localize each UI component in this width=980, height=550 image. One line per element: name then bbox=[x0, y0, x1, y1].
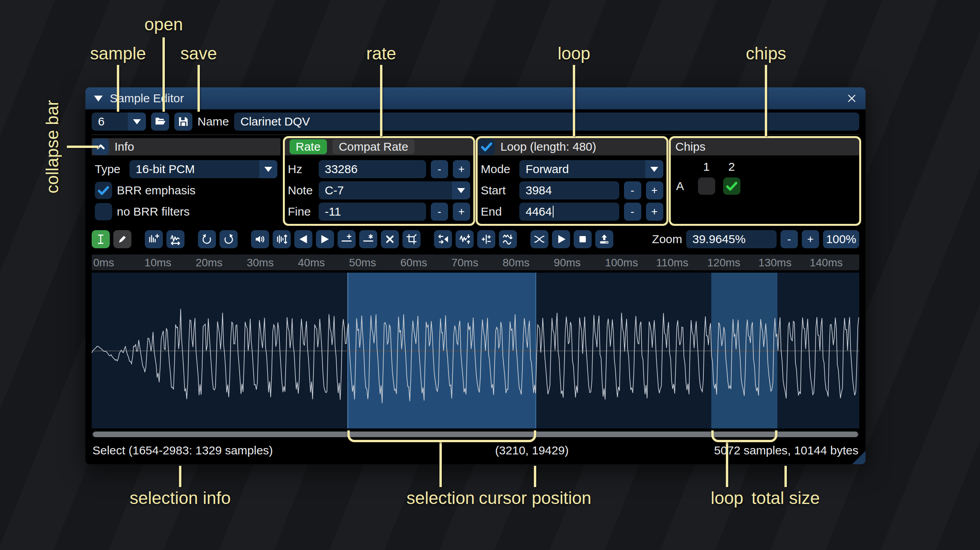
loop-start-plus-button[interactable]: + bbox=[646, 181, 663, 199]
annotation-selection: selection bbox=[406, 488, 475, 508]
resize-button[interactable] bbox=[145, 230, 163, 248]
loop-start-minus-button[interactable]: - bbox=[624, 181, 641, 199]
zoom-label: Zoom bbox=[652, 233, 682, 246]
resize-icon bbox=[148, 233, 160, 245]
loop-end-value: 4464 bbox=[526, 205, 552, 218]
zoom-input[interactable]: 39.9645% bbox=[686, 230, 777, 248]
create-wavetable-button[interactable] bbox=[595, 230, 613, 248]
undo-button[interactable] bbox=[198, 230, 216, 248]
hz-minus-button[interactable]: - bbox=[431, 160, 448, 178]
loop-end-input[interactable]: 4464 bbox=[519, 203, 619, 221]
fine-plus-button[interactable]: + bbox=[453, 203, 470, 221]
chip-column-label-1: 1 bbox=[703, 160, 710, 173]
info-header: Info bbox=[92, 138, 281, 155]
amplify-button[interactable] bbox=[251, 230, 269, 248]
fine-minus-button[interactable]: - bbox=[431, 203, 448, 221]
status-cursor-position: (3210, 19429) bbox=[495, 444, 569, 457]
loop-enable-checkbox[interactable] bbox=[478, 138, 495, 155]
trim-button[interactable] bbox=[402, 230, 421, 248]
sample-slot-value: 6 bbox=[92, 115, 128, 128]
delete-button[interactable] bbox=[381, 230, 399, 248]
annotation-line-loop-top bbox=[573, 65, 575, 136]
mode-label: Mode bbox=[481, 162, 515, 176]
preview-icon bbox=[555, 233, 567, 245]
resample-button[interactable] bbox=[166, 230, 185, 248]
brr-emphasis-label: BRR emphasis bbox=[117, 184, 196, 197]
chevron-down-icon bbox=[128, 113, 146, 131]
zoom-reset-button[interactable]: 100% bbox=[823, 230, 859, 248]
save-sample-button[interactable] bbox=[174, 113, 192, 131]
reverse-button[interactable] bbox=[434, 230, 452, 248]
fade-out-button[interactable] bbox=[316, 230, 334, 248]
brr-emphasis-checkbox[interactable] bbox=[95, 182, 112, 199]
select-tool-button[interactable] bbox=[92, 230, 110, 248]
create-wavetable-icon bbox=[598, 233, 610, 245]
ruler-tick-30ms: 30ms bbox=[247, 257, 273, 269]
annotation-loop-bottom: loop bbox=[711, 488, 743, 508]
annotation-open: open bbox=[144, 15, 183, 34]
fine-label: Fine bbox=[288, 205, 314, 218]
annotation-line-save bbox=[197, 65, 200, 112]
normalize-icon bbox=[276, 233, 288, 245]
loop-start-input[interactable]: 3984 bbox=[519, 181, 619, 199]
filter-button[interactable] bbox=[499, 230, 517, 248]
loop-end-minus-button[interactable]: - bbox=[624, 203, 641, 221]
crossfade-loop-button[interactable] bbox=[530, 230, 548, 248]
timeline-ruler[interactable]: 0ms10ms20ms30ms40ms50ms60ms70ms80ms90ms1… bbox=[92, 255, 859, 270]
loop-end-plus-button[interactable]: + bbox=[646, 203, 663, 221]
toolbar-group bbox=[145, 230, 185, 248]
insert-silence-button[interactable] bbox=[338, 230, 356, 248]
invert-button[interactable] bbox=[456, 230, 474, 248]
type-label: Type bbox=[95, 162, 125, 176]
save-icon bbox=[177, 116, 189, 127]
window-collapse-icon[interactable] bbox=[94, 96, 103, 102]
name-label: Name bbox=[197, 115, 229, 128]
hz-plus-button[interactable]: + bbox=[453, 160, 470, 178]
insert-silence-icon bbox=[341, 233, 353, 245]
status-bar: Select (1654-2983: 1329 samples) (3210, … bbox=[92, 443, 859, 459]
open-sample-button[interactable] bbox=[151, 113, 169, 131]
preview-button[interactable] bbox=[552, 230, 570, 248]
rate-header: Rate Compat Rate bbox=[285, 138, 474, 155]
loop-mode-value: Forward bbox=[519, 162, 645, 176]
check-icon bbox=[97, 184, 110, 197]
sign-exchange-icon bbox=[480, 233, 492, 245]
redo-icon bbox=[223, 233, 234, 245]
apply-silence-icon bbox=[362, 233, 374, 245]
loop-mode-select[interactable]: Forward bbox=[519, 160, 663, 178]
annotation-chips: chips bbox=[746, 44, 786, 63]
hz-input[interactable]: 33286 bbox=[319, 160, 426, 178]
note-label: Note bbox=[288, 184, 314, 197]
chip-a-2-checkbox[interactable] bbox=[723, 177, 740, 195]
note-select[interactable]: C-7 bbox=[319, 181, 471, 199]
zoom-cluster: Zoom 39.9645% - + 100% bbox=[652, 230, 859, 248]
ruler-tick-110ms: 110ms bbox=[656, 257, 688, 269]
stop-preview-button[interactable] bbox=[574, 230, 592, 248]
apply-silence-button[interactable] bbox=[359, 230, 377, 248]
chip-a-1-checkbox[interactable] bbox=[698, 177, 715, 195]
redo-button[interactable] bbox=[220, 230, 238, 248]
hz-label: Hz bbox=[288, 162, 314, 176]
rate-panel: Rate Compat Rate Hz 33286 - + Note C-7 bbox=[285, 138, 474, 224]
ruler-tick-10ms: 10ms bbox=[144, 257, 171, 269]
zoom-out-button[interactable]: - bbox=[781, 230, 798, 248]
fine-input[interactable]: -11 bbox=[319, 203, 426, 221]
draw-tool-button[interactable] bbox=[113, 230, 131, 248]
waveform-display[interactable] bbox=[92, 273, 859, 428]
sample-type-select[interactable]: 16-bit PCM bbox=[129, 160, 277, 178]
fade-in-button[interactable] bbox=[294, 230, 312, 248]
sample-slot-select[interactable]: 6 bbox=[92, 113, 146, 131]
zoom-in-button[interactable]: + bbox=[802, 230, 819, 248]
annotation-line-chips bbox=[765, 65, 767, 136]
sign-exchange-button[interactable] bbox=[477, 230, 495, 248]
rate-tab[interactable]: Rate bbox=[290, 139, 327, 154]
titlebar[interactable]: Sample Editor bbox=[85, 87, 866, 109]
ruler-tick-50ms: 50ms bbox=[349, 257, 376, 269]
no-brr-filters-checkbox[interactable] bbox=[95, 203, 112, 220]
annotation-line-total-size bbox=[784, 466, 787, 487]
compat-rate-tab[interactable]: Compat Rate bbox=[332, 139, 415, 154]
normalize-button[interactable] bbox=[273, 230, 291, 248]
divider bbox=[92, 135, 859, 135]
close-icon[interactable] bbox=[847, 93, 857, 103]
info-panel: Info Type 16-bit PCM BRR emph bbox=[92, 138, 281, 224]
